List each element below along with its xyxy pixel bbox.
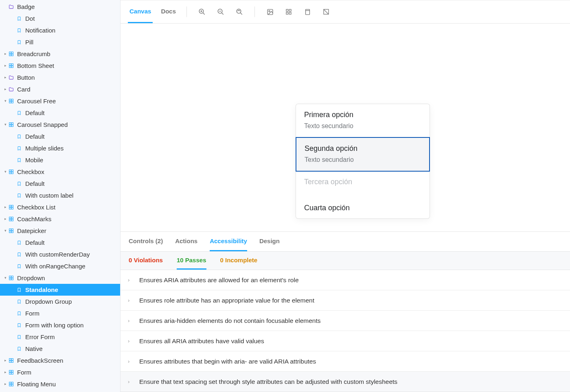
zoom-reset-icon[interactable] — [233, 6, 246, 18]
chevron-down-icon: ▾ — [3, 276, 7, 280]
sidebar-item-native[interactable]: ▸Native — [0, 343, 120, 355]
tab-design[interactable]: Design — [259, 232, 280, 251]
svg-rect-28 — [9, 229, 11, 231]
sidebar-item-label: Form with long option — [25, 322, 83, 328]
a11y-result-row[interactable]: ›Ensures attributes that begin with aria… — [121, 351, 570, 372]
sidebar-item-checkbox-list[interactable]: ▸Checkbox List — [0, 201, 120, 213]
sidebar-item-dropdown-group[interactable]: ▸Dropdown Group — [0, 296, 120, 307]
sidebar-item-label: Default — [25, 133, 45, 139]
sidebar-item-default[interactable]: ▸Default — [0, 178, 120, 189]
a11y-result-row[interactable]: ›Ensures role attribute has an appropria… — [121, 290, 570, 311]
a11y-result-row[interactable]: ›Ensures ARIA attributes are allowed for… — [121, 270, 570, 290]
option-title: Cuarta opción — [304, 204, 421, 212]
sidebar-item-label: Default — [25, 240, 45, 246]
bookmark-icon — [15, 40, 23, 45]
sidebar-item-carousel-free[interactable]: ▾Carousel Free — [0, 95, 120, 107]
a11y-result-row[interactable]: ›Ensure that text spacing set through st… — [121, 372, 570, 392]
grid-icon[interactable] — [283, 6, 295, 18]
sidebar-item-standalone[interactable]: ▸Standalone — [0, 284, 120, 296]
svg-rect-44 — [9, 382, 11, 384]
sidebar-item-floating-menu[interactable]: ▸Floating Menu — [0, 378, 120, 390]
chevron-down-icon: ▾ — [3, 99, 7, 103]
component-icon — [7, 63, 15, 68]
sidebar-item-form-with-long-option[interactable]: ▸Form with long option — [0, 319, 120, 331]
svg-rect-45 — [11, 382, 13, 384]
sidebar-item-error-form[interactable]: ▸Error Form — [0, 331, 120, 343]
tab-actions[interactable]: Actions — [175, 232, 197, 251]
option-title: Segunda opción — [305, 144, 421, 153]
svg-rect-12 — [9, 123, 11, 124]
sidebar-item-label: Carousel Snapped — [17, 122, 68, 128]
sidebar-item-label: Standalone — [25, 287, 58, 293]
subtab-incomplete[interactable]: 0 Incomplete — [220, 252, 258, 270]
sidebar-item-coachmarks[interactable]: ▸CoachMarks — [0, 213, 120, 225]
sidebar-item-label: Floating Menu — [17, 381, 56, 387]
tab-accessibility[interactable]: Accessibility — [210, 232, 247, 251]
sidebar-item-carousel-snapped[interactable]: ▾Carousel Snapped — [0, 119, 120, 131]
tab-docs[interactable]: Docs — [159, 0, 178, 23]
sidebar-item-with-customrenderday[interactable]: ▸With customRenderDay — [0, 248, 120, 260]
tab-canvas[interactable]: Canvas — [128, 0, 153, 23]
sidebar-item-default[interactable]: ▸Default — [0, 107, 120, 119]
chevron-down-icon: ▾ — [3, 170, 7, 174]
bookmark-icon — [15, 16, 23, 21]
svg-rect-42 — [9, 372, 11, 374]
sidebar-item-with-custom-label[interactable]: ▸With custom label — [0, 189, 120, 201]
viewport-icon[interactable] — [301, 6, 314, 18]
svg-rect-59 — [286, 9, 288, 11]
bookmark-icon — [15, 146, 23, 151]
a11y-result-text: Ensures role attribute has an appropriat… — [139, 297, 314, 304]
sidebar-item-pill[interactable]: ▸Pill — [0, 36, 120, 48]
a11y-result-row[interactable]: ›Ensures aria-hidden elements do not con… — [121, 311, 570, 331]
background-icon[interactable] — [264, 6, 276, 18]
svg-rect-46 — [9, 384, 11, 386]
sidebar-item-dropdown[interactable]: ▾Dropdown — [0, 272, 120, 284]
sidebar-item-default[interactable]: ▸Default — [0, 237, 120, 248]
sidebar-item-feedbackscreen[interactable]: ▸FeedbackScreen — [0, 355, 120, 366]
svg-rect-40 — [9, 370, 11, 372]
sidebar-item-button[interactable]: ▸Button — [0, 72, 120, 83]
a11y-result-row[interactable]: ›Ensures all ARIA attributes have valid … — [121, 331, 570, 351]
subtab-violations[interactable]: 0 Violations — [129, 252, 163, 270]
canvas-preview: Primera opción Texto secundario Segunda … — [121, 24, 570, 231]
svg-rect-27 — [11, 219, 13, 221]
chevron-down-icon: ▾ — [3, 123, 7, 126]
sidebar-item-datepicker[interactable]: ▾Datepicker — [0, 225, 120, 237]
sidebar-item-mobile[interactable]: ▸Mobile — [0, 154, 120, 166]
chevron-right-icon: › — [128, 297, 134, 303]
sidebar-item-label: Datepicker — [17, 228, 46, 234]
subtab-passes[interactable]: 10 Passes — [177, 252, 206, 270]
sidebar-item-form[interactable]: ▸Form — [0, 307, 120, 319]
sidebar-item-default[interactable]: ▸Default — [0, 131, 120, 142]
sidebar-item-form[interactable]: ▸Form — [0, 366, 120, 378]
sidebar-item-label: Mobile — [25, 157, 43, 163]
svg-rect-14 — [9, 125, 11, 126]
sidebar-item-multiple-slides[interactable]: ▸Multiple slides — [0, 142, 120, 154]
sidebar-item-label: Dropdown Group — [25, 298, 72, 305]
chevron-right-icon: ▸ — [3, 370, 7, 374]
component-icon — [7, 205, 15, 210]
chevron-right-icon: › — [128, 277, 134, 283]
sidebar-item-label: Native — [25, 346, 43, 352]
tab-controls[interactable]: Controls (2) — [129, 232, 163, 251]
sidebar-item-dot[interactable]: ▸Dot — [0, 13, 120, 24]
sidebar-item-breadcrumb[interactable]: ▸Breadcrumb — [0, 48, 120, 60]
sidebar-item-with-onrangechange[interactable]: ▸With onRangeChange — [0, 260, 120, 272]
bookmark-icon — [15, 111, 23, 115]
sidebar-item-card[interactable]: ▸Card — [0, 83, 120, 95]
zoom-out-icon[interactable] — [215, 6, 227, 18]
sidebar-item-checkbox[interactable]: ▾Checkbox — [0, 166, 120, 178]
measure-icon[interactable] — [320, 6, 332, 18]
sidebar-item-badge[interactable]: ▸Badge — [0, 1, 120, 13]
dropdown-option[interactable]: Cuarta opción — [296, 197, 430, 218]
dropdown-option[interactable]: Primera opción Texto secundario — [296, 104, 430, 137]
a11y-subtabs: 0 Violations 10 Passes 0 Incomplete — [121, 251, 570, 270]
sidebar-item-label: Card — [17, 86, 31, 92]
sidebar-item-notification[interactable]: ▸Notification — [0, 24, 120, 36]
sidebar-item-bottom-sheet[interactable]: ▸Bottom Sheet — [0, 60, 120, 72]
chevron-right-icon: ▸ — [3, 87, 7, 91]
dropdown-option-selected[interactable]: Segunda opción Texto secundario — [296, 137, 430, 172]
bookmark-icon — [15, 335, 23, 340]
zoom-in-icon[interactable] — [196, 6, 208, 18]
bookmark-icon — [15, 264, 23, 269]
